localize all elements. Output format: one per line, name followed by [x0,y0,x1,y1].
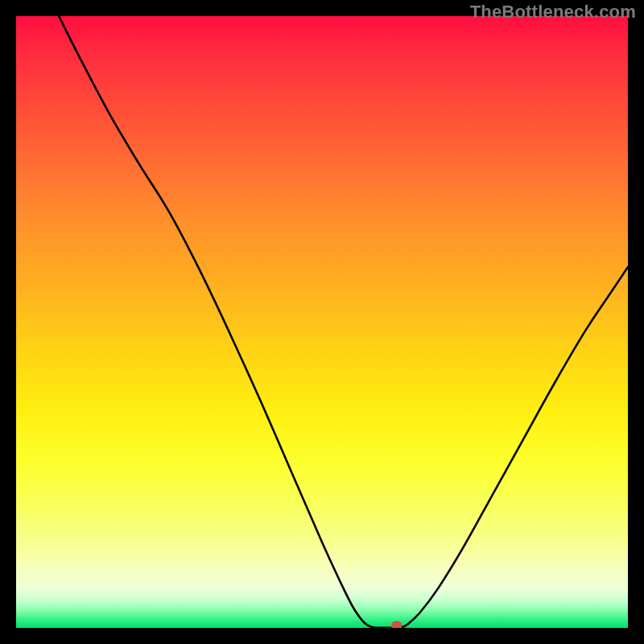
chart-svg [16,16,628,628]
watermark-text: TheBottleneck.com [470,2,636,23]
curve-right-branch [400,267,628,628]
chart-plot-area [16,16,628,628]
highlight-marker [391,621,402,628]
curve-left-branch [59,16,374,628]
